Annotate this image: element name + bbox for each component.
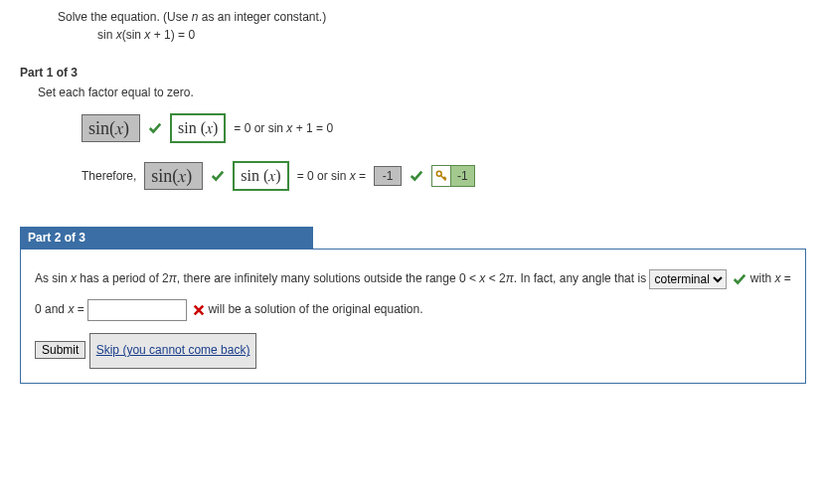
- eq1a: = 0 or sin: [234, 121, 286, 135]
- p2-t1c: , there are infinitely many solutions ou…: [177, 271, 480, 285]
- part2-container: Part 2 of 3 As sin x has a period of 2π,…: [20, 227, 806, 384]
- answer-key-value: -1: [450, 166, 474, 186]
- part2-buttons: Submit Skip (you cannot come back): [35, 333, 791, 368]
- answer-key-reveal[interactable]: -1: [431, 165, 475, 187]
- answer-box-2-value: sin(𝑥): [151, 166, 192, 187]
- check-icon: [211, 169, 225, 183]
- eq1-text: = 0 or sin x + 1 = 0: [234, 121, 333, 135]
- p2-t1b: has a period of 2: [77, 271, 169, 285]
- eq2a: = 0 or sin: [297, 169, 350, 183]
- eq-sin1: sin: [97, 28, 116, 42]
- answer-box-3[interactable]: -1: [374, 166, 402, 186]
- correct-answer-2: sin (𝑥): [233, 161, 288, 191]
- part2-title: Part 2 of 3: [20, 227, 313, 249]
- answer-box-2[interactable]: sin(𝑥): [144, 162, 203, 190]
- p2-pi1: π: [169, 271, 177, 285]
- p2-t2a: with: [750, 271, 775, 285]
- correct-answer-1: sin (𝑥): [170, 113, 226, 143]
- eq2-text: = 0 or sin x =: [297, 169, 366, 183]
- angle-input[interactable]: [87, 299, 187, 321]
- question-equation: sin x(sin x + 1) = 0: [97, 28, 806, 42]
- submit-button[interactable]: Submit: [35, 341, 85, 359]
- correct-answer-1-value: sin (𝑥): [178, 119, 218, 137]
- check-icon: [733, 272, 746, 286]
- p2-t1d: < 2: [485, 271, 505, 285]
- answer-box-3-value: -1: [383, 169, 394, 183]
- coterminal-dropdown[interactable]: coterminal: [649, 269, 727, 289]
- part1-step: Set each factor equal to zero.: [38, 85, 806, 99]
- eq-end: + 1) = 0: [150, 28, 195, 42]
- eq-mid: (sin: [122, 28, 145, 42]
- skip-link[interactable]: Skip (you cannot come back): [89, 333, 257, 368]
- p2-t2c: =: [74, 302, 87, 316]
- p2-pi2: π: [506, 271, 514, 285]
- question-prompt: Solve the equation. (Use n as an integer…: [58, 10, 806, 24]
- check-icon: [148, 121, 162, 135]
- p2-t1e: . In fact, any angle that is: [514, 271, 650, 285]
- therefore-label: Therefore,: [82, 169, 136, 183]
- key-icon: [435, 170, 447, 182]
- part1-row2: Therefore, sin(𝑥) sin (𝑥) = 0 or sin x =…: [38, 161, 806, 191]
- prompt-text-b: as an integer constant.): [198, 10, 326, 24]
- answer-box-1-value: sin(𝑥): [88, 118, 129, 139]
- p2-t3: will be a solution of the original equat…: [208, 302, 422, 316]
- part2-body: As sin x has a period of 2π, there are i…: [20, 249, 806, 384]
- correct-answer-2-value: sin (𝑥): [241, 167, 280, 185]
- cross-icon: [193, 304, 205, 316]
- answer-box-1[interactable]: sin(𝑥): [82, 114, 140, 142]
- part1-row1: sin(𝑥) sin (𝑥) = 0 or sin x + 1 = 0: [38, 113, 806, 143]
- eq2b: =: [356, 169, 366, 183]
- check-icon: [410, 169, 423, 183]
- key-icon-slot: [432, 166, 450, 186]
- part1-title: Part 1 of 3: [20, 66, 806, 80]
- p2-t1a: As sin: [35, 271, 71, 285]
- eq1b: + 1 = 0: [292, 121, 333, 135]
- prompt-text-a: Solve the equation. (Use: [58, 10, 192, 24]
